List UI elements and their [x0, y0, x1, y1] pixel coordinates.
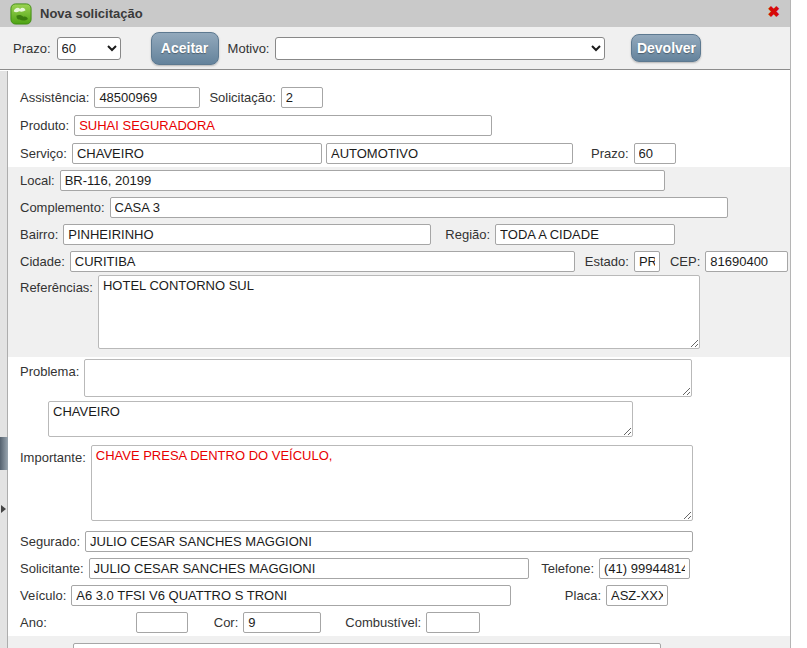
telefone-label: Telefone:: [541, 561, 594, 576]
complemento-label: Complemento:: [20, 200, 105, 215]
cor-input[interactable]: [243, 612, 321, 633]
motivo-label: Motivo:: [228, 41, 270, 56]
cep-input[interactable]: [705, 251, 788, 272]
estado-input[interactable]: [634, 251, 660, 272]
referencias-row: Referências: HOTEL CONTORNO SUL: [8, 275, 790, 357]
importante-label: Importante:: [20, 445, 86, 465]
local-input[interactable]: [60, 170, 665, 191]
problema-label: Problema:: [20, 359, 79, 379]
assistencia-label: Assistência:: [20, 90, 89, 105]
placa-label: Placa:: [565, 588, 601, 603]
section-identification: Assistência: Solicitação: Produto: Servi…: [8, 71, 790, 167]
ano-row: Ano: Cor: Combustível:: [8, 609, 790, 636]
local-label: Local:: [20, 173, 55, 188]
servico-row: Serviço: Prazo:: [8, 139, 790, 167]
telefone-input[interactable]: [599, 558, 690, 579]
expand-arrow-icon[interactable]: [1, 505, 6, 513]
toolbar-prazo-label: Prazo:: [13, 41, 51, 56]
combustivel-label: Combustível:: [345, 615, 421, 630]
servico-input[interactable]: [72, 143, 322, 164]
complemento-input[interactable]: [110, 197, 728, 218]
regiao-input[interactable]: [495, 224, 675, 245]
assistencia-input[interactable]: [94, 87, 200, 108]
produto-input[interactable]: [74, 115, 492, 136]
section-details: Problema: CHAVEIRO Importante: CHAVE PRE…: [8, 357, 790, 636]
importante-textarea[interactable]: CHAVE PRESA DENTRO DO VEÍCULO,: [91, 445, 693, 521]
dialog-title: Nova solicitação: [40, 6, 143, 21]
solicitante-input[interactable]: [89, 558, 529, 579]
servico-desc-textarea[interactable]: CHAVEIRO: [48, 401, 633, 437]
solicitacao-input[interactable]: [281, 87, 323, 108]
section-destino: Destino:: [8, 636, 790, 648]
destino-input[interactable]: [73, 643, 661, 648]
ano-input[interactable]: [136, 612, 188, 633]
request-form: Assistência: Solicitação: Produto: Servi…: [8, 71, 790, 648]
aceitar-button[interactable]: Aceitar: [151, 32, 219, 65]
solicitante-row: Solicitante: Telefone:: [8, 555, 790, 582]
veiculo-row: Veículo: Placa:: [8, 582, 790, 609]
motivo-select[interactable]: [275, 37, 605, 60]
regiao-label: Região:: [445, 227, 490, 242]
segurado-input[interactable]: [85, 531, 693, 552]
veiculo-input[interactable]: [71, 585, 511, 606]
action-toolbar: Prazo: 60 Aceitar Motivo: Devolver: [0, 27, 790, 70]
cidade-label: Cidade:: [20, 254, 65, 269]
prazo-input[interactable]: [634, 143, 676, 164]
section-address: Local: Complemento: Bairro: Região: Cida…: [8, 167, 790, 357]
title-bar: Nova solicitação ✖: [0, 0, 790, 27]
cidade-input[interactable]: [70, 251, 575, 272]
bairro-input[interactable]: [63, 224, 431, 245]
referencias-textarea[interactable]: HOTEL CONTORNO SUL: [98, 275, 700, 349]
prazo-field-label: Prazo:: [591, 146, 629, 161]
prazo-select[interactable]: 60: [57, 37, 121, 60]
segurado-label: Segurado:: [20, 534, 80, 549]
assistencia-row: Assistência: Solicitação:: [8, 83, 790, 111]
panel-splitter: [0, 71, 8, 648]
bairro-label: Bairro:: [20, 227, 58, 242]
problema-textarea[interactable]: [84, 359, 692, 397]
estado-label: Estado:: [585, 254, 629, 269]
destino-row: Destino:: [8, 636, 790, 648]
servico-desc-row: CHAVEIRO: [8, 401, 790, 443]
cep-label: CEP:: [670, 254, 700, 269]
bairro-row: Bairro: Região:: [8, 221, 790, 248]
importante-row: Importante: CHAVE PRESA DENTRO DO VEÍCUL…: [8, 443, 790, 527]
problema-row: Problema:: [8, 357, 790, 401]
devolver-button[interactable]: Devolver: [631, 34, 701, 62]
close-icon[interactable]: ✖: [767, 3, 780, 21]
solicitacao-label: Solicitação:: [209, 90, 275, 105]
servico-label: Serviço:: [20, 146, 67, 161]
veiculo-label: Veículo:: [20, 588, 66, 603]
nova-solicitacao-dialog: Nova solicitação ✖ Prazo: 60 Aceitar Mot…: [0, 0, 791, 648]
produto-label: Produto:: [20, 118, 69, 133]
cidade-row: Cidade: Estado: CEP:: [8, 248, 790, 275]
cor-label: Cor:: [214, 615, 239, 630]
complemento-row: Complemento:: [8, 194, 790, 221]
referencias-label: Referências:: [20, 275, 93, 295]
produto-row: Produto:: [8, 111, 790, 139]
splitter-handle[interactable]: [0, 437, 8, 470]
world-icon: [10, 3, 32, 25]
solicitante-label: Solicitante:: [20, 561, 84, 576]
servico-tipo-input[interactable]: [326, 143, 573, 164]
combustivel-input[interactable]: [426, 612, 480, 633]
local-row: Local:: [8, 167, 790, 194]
ano-label: Ano:: [20, 615, 47, 630]
placa-input[interactable]: [606, 585, 668, 606]
segurado-row: Segurado:: [8, 527, 790, 555]
